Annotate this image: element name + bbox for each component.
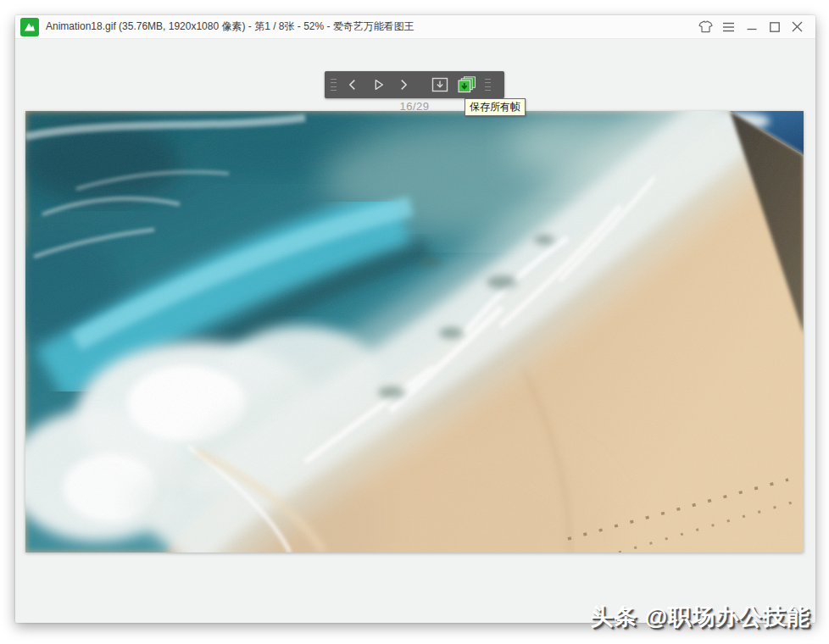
window-controls <box>694 16 809 38</box>
viewer-window: Animation18.gif (35.76MB, 1920x1080 像素) … <box>15 15 815 623</box>
app-logo-icon[interactable] <box>20 18 39 36</box>
save-current-frame-button[interactable] <box>426 71 453 98</box>
download-icon <box>431 77 448 92</box>
play-icon <box>370 77 386 92</box>
close-icon[interactable] <box>786 16 809 38</box>
photo-canvas[interactable] <box>25 111 804 552</box>
prev-frame-button[interactable] <box>340 71 365 98</box>
chevron-right-icon <box>396 77 411 92</box>
viewer-content: 16/29 保存所有帧 头条 @职场办公技能 <box>15 39 815 623</box>
frame-counter: 16/29 <box>399 100 429 113</box>
play-button[interactable] <box>365 71 391 98</box>
next-frame-button[interactable] <box>391 71 416 98</box>
skin-icon[interactable] <box>694 16 717 38</box>
window-title: Animation18.gif (35.76MB, 1920x1080 像素) … <box>46 19 414 34</box>
watermark-text: 头条 @职场办公技能 <box>590 602 810 632</box>
save-all-frames-icon <box>458 76 476 93</box>
minimize-icon[interactable] <box>740 16 763 38</box>
playback-toolbar <box>325 71 504 98</box>
maximize-icon[interactable] <box>763 16 786 38</box>
save-all-frames-button[interactable] <box>453 71 481 98</box>
gif-frame-image <box>25 111 804 552</box>
title-bar[interactable]: Animation18.gif (35.76MB, 1920x1080 像素) … <box>15 15 815 39</box>
toolbar-drag-handle-left[interactable] <box>330 78 338 92</box>
save-all-frames-tooltip: 保存所有帧 <box>465 98 526 116</box>
chevron-left-icon <box>345 77 360 92</box>
toolbar-drag-handle-right[interactable] <box>484 78 492 92</box>
menu-icon[interactable] <box>717 16 740 38</box>
